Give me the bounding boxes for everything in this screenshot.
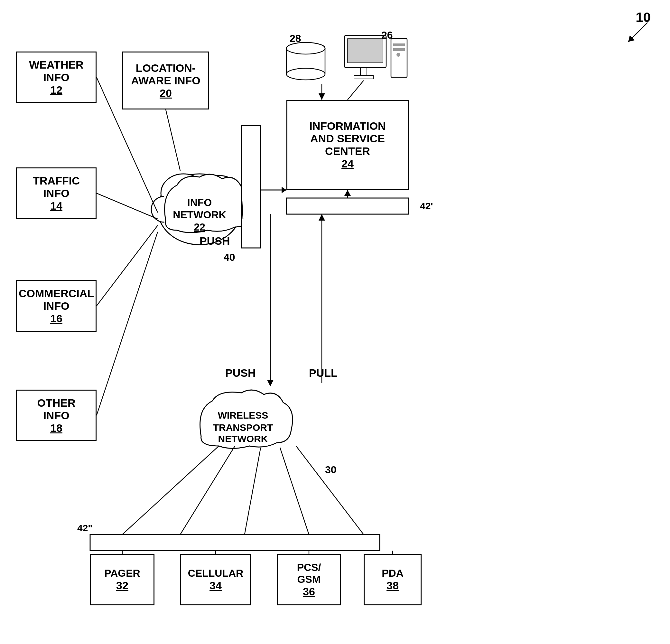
other-info-label: OTHERINFO <box>37 397 76 422</box>
svg-point-10 <box>219 196 251 223</box>
svg-line-32 <box>122 446 219 535</box>
svg-marker-21 <box>344 190 351 196</box>
weather-info-ref: 12 <box>50 84 63 96</box>
svg-rect-42 <box>286 48 325 74</box>
pcs-gsm-ref: 36 <box>303 586 315 598</box>
svg-point-7 <box>161 177 238 241</box>
svg-rect-45 <box>344 36 386 68</box>
pager-box: PAGER 32 <box>90 554 155 605</box>
svg-line-36 <box>296 446 364 535</box>
computer-icon <box>344 36 407 79</box>
svg-rect-49 <box>391 39 407 77</box>
ref-42double-label: 42" <box>77 523 93 533</box>
svg-point-9 <box>200 180 235 209</box>
push-top-label: PUSH <box>200 235 230 247</box>
svg-line-23 <box>96 193 158 219</box>
svg-rect-47 <box>360 68 367 76</box>
svg-marker-19 <box>282 187 286 193</box>
location-aware-info-label: LOCATION-AWARE INFO <box>131 62 200 87</box>
weather-info-box: WEATHERINFO 12 <box>16 52 96 103</box>
svg-line-34 <box>244 448 261 535</box>
push-bottom-label: PUSH <box>225 367 255 379</box>
commercial-info-box: COMMERCIALINFO 16 <box>16 280 96 332</box>
svg-text:NETWORK: NETWORK <box>173 209 226 221</box>
ref-40-label: 40 <box>224 251 235 263</box>
svg-text:22: 22 <box>194 221 205 233</box>
location-aware-info-ref: 20 <box>160 87 172 100</box>
pull-label: PULL <box>309 367 338 379</box>
svg-point-4 <box>198 175 240 211</box>
svg-text:INFO: INFO <box>187 197 212 208</box>
svg-point-41 <box>286 42 325 54</box>
svg-point-8 <box>164 179 203 211</box>
svg-line-33 <box>180 446 235 535</box>
bus-bar-top <box>286 198 409 214</box>
pcs-gsm-label: PCS/GSM <box>297 562 321 586</box>
svg-marker-55 <box>319 93 325 100</box>
svg-point-43 <box>286 68 325 80</box>
svg-point-44 <box>286 42 325 54</box>
svg-marker-31 <box>319 214 325 221</box>
svg-rect-50 <box>393 43 405 46</box>
svg-point-52 <box>397 53 400 57</box>
commercial-info-ref: 16 <box>50 312 63 325</box>
ref-26-label: 26 <box>381 29 393 41</box>
svg-rect-51 <box>393 48 405 51</box>
svg-marker-29 <box>267 380 273 386</box>
svg-line-54 <box>348 80 364 100</box>
svg-rect-48 <box>354 76 373 79</box>
svg-text:WIRELESS: WIRELESS <box>218 410 268 421</box>
location-aware-info-box: LOCATION-AWARE INFO 20 <box>122 52 209 109</box>
info-service-center-box: INFORMATIONAND SERVICECENTER 24 <box>286 100 409 190</box>
svg-point-5 <box>219 193 257 225</box>
svg-text:TRANSPORT: TRANSPORT <box>213 422 273 433</box>
pda-ref: 38 <box>387 579 399 592</box>
other-info-ref: 18 <box>50 422 63 434</box>
svg-line-25 <box>96 232 158 416</box>
svg-line-35 <box>280 448 309 535</box>
bus-bar-bottom <box>90 535 380 551</box>
pcs-gsm-box: PCS/GSM 36 <box>277 554 341 605</box>
other-info-box: OTHERINFO 18 <box>16 390 96 441</box>
cellular-box: CELLULAR 34 <box>180 554 251 605</box>
traffic-info-ref: 14 <box>50 200 63 212</box>
svg-point-3 <box>161 174 206 212</box>
cellular-ref: 34 <box>210 579 222 592</box>
svg-point-11 <box>156 200 176 220</box>
svg-rect-46 <box>348 39 383 63</box>
info-network-cloud: INFO NETWORK 22 <box>151 174 257 245</box>
wireless-transport-network-cloud: WIRELESS TRANSPORT NETWORK <box>200 390 293 448</box>
svg-line-24 <box>96 225 158 306</box>
svg-text:NETWORK: NETWORK <box>218 433 268 444</box>
commercial-info-label: COMMERCIALINFO <box>19 287 94 312</box>
push-rectangle-40 <box>241 126 261 248</box>
diagram-container: 10 WEATHERINFO 12 TRAFFICINFO 14 COMMERC… <box>0 0 670 644</box>
pda-label: PDA <box>382 567 404 579</box>
svg-line-26 <box>166 109 180 171</box>
ref-30-label: 30 <box>325 464 337 476</box>
svg-point-2 <box>158 174 241 245</box>
svg-point-6 <box>151 196 177 222</box>
info-service-center-label: INFORMATIONAND SERVICECENTER <box>309 120 386 157</box>
cellular-label: CELLULAR <box>188 567 243 579</box>
pda-box: PDA 38 <box>364 554 421 605</box>
info-service-center-ref: 24 <box>341 157 354 170</box>
traffic-info-label: TRAFFICINFO <box>33 174 80 200</box>
database-icon <box>286 42 325 80</box>
svg-line-27 <box>241 190 243 219</box>
ref-42prime-label: 42' <box>420 201 433 211</box>
diagram-svg: INFO NETWORK 22 WIRELESS TRANSPORT NETWO… <box>0 0 670 644</box>
pager-label: PAGER <box>104 567 140 579</box>
traffic-info-box: TRAFFICINFO 14 <box>16 168 96 219</box>
weather-info-label: WEATHERINFO <box>29 58 83 84</box>
ref-28-label: 28 <box>290 32 301 44</box>
arrow-10-icon <box>625 19 651 45</box>
pager-ref: 32 <box>116 579 129 592</box>
